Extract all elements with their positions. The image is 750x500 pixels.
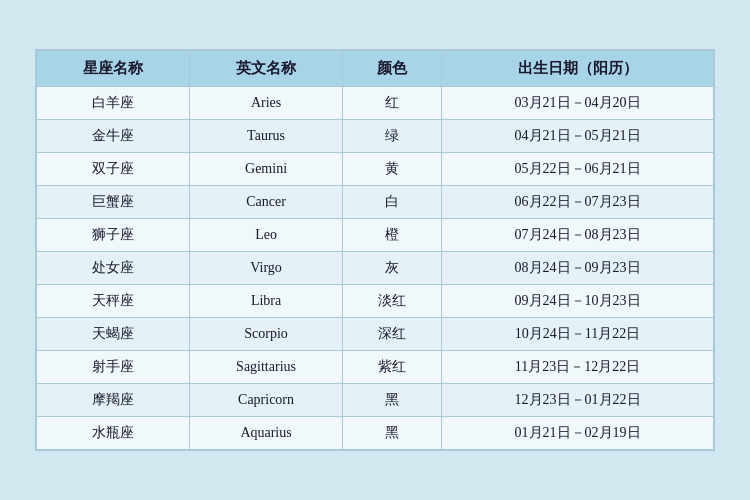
- cell-english-name: Aquarius: [190, 417, 343, 450]
- table-row: 射手座Sagittarius紫红11月23日－12月22日: [37, 351, 714, 384]
- zodiac-table-container: 星座名称 英文名称 颜色 出生日期（阳历） 白羊座Aries红03月21日－04…: [35, 49, 715, 451]
- cell-color: 紫红: [343, 351, 442, 384]
- cell-english-name: Gemini: [190, 153, 343, 186]
- cell-color: 淡红: [343, 285, 442, 318]
- cell-birthdate: 05月22日－06月21日: [442, 153, 714, 186]
- table-row: 巨蟹座Cancer白06月22日－07月23日: [37, 186, 714, 219]
- cell-english-name: Libra: [190, 285, 343, 318]
- cell-color: 深红: [343, 318, 442, 351]
- table-row: 处女座Virgo灰08月24日－09月23日: [37, 252, 714, 285]
- table-row: 狮子座Leo橙07月24日－08月23日: [37, 219, 714, 252]
- cell-color: 黄: [343, 153, 442, 186]
- cell-birthdate: 06月22日－07月23日: [442, 186, 714, 219]
- cell-birthdate: 01月21日－02月19日: [442, 417, 714, 450]
- table-row: 金牛座Taurus绿04月21日－05月21日: [37, 120, 714, 153]
- cell-birthdate: 04月21日－05月21日: [442, 120, 714, 153]
- cell-english-name: Cancer: [190, 186, 343, 219]
- cell-chinese-name: 处女座: [37, 252, 190, 285]
- cell-color: 白: [343, 186, 442, 219]
- cell-birthdate: 11月23日－12月22日: [442, 351, 714, 384]
- table-body: 白羊座Aries红03月21日－04月20日金牛座Taurus绿04月21日－0…: [37, 87, 714, 450]
- table-row: 白羊座Aries红03月21日－04月20日: [37, 87, 714, 120]
- cell-color: 黑: [343, 417, 442, 450]
- cell-chinese-name: 狮子座: [37, 219, 190, 252]
- cell-birthdate: 08月24日－09月23日: [442, 252, 714, 285]
- cell-chinese-name: 天秤座: [37, 285, 190, 318]
- cell-english-name: Taurus: [190, 120, 343, 153]
- cell-color: 橙: [343, 219, 442, 252]
- header-color: 颜色: [343, 51, 442, 87]
- table-row: 摩羯座Capricorn黑12月23日－01月22日: [37, 384, 714, 417]
- cell-color: 黑: [343, 384, 442, 417]
- header-chinese-name: 星座名称: [37, 51, 190, 87]
- cell-chinese-name: 白羊座: [37, 87, 190, 120]
- cell-chinese-name: 射手座: [37, 351, 190, 384]
- header-english-name: 英文名称: [190, 51, 343, 87]
- cell-chinese-name: 金牛座: [37, 120, 190, 153]
- table-header-row: 星座名称 英文名称 颜色 出生日期（阳历）: [37, 51, 714, 87]
- table-row: 天蝎座Scorpio深红10月24日－11月22日: [37, 318, 714, 351]
- cell-color: 灰: [343, 252, 442, 285]
- cell-chinese-name: 双子座: [37, 153, 190, 186]
- header-birthdate: 出生日期（阳历）: [442, 51, 714, 87]
- cell-english-name: Aries: [190, 87, 343, 120]
- cell-color: 红: [343, 87, 442, 120]
- cell-english-name: Capricorn: [190, 384, 343, 417]
- cell-english-name: Virgo: [190, 252, 343, 285]
- cell-chinese-name: 水瓶座: [37, 417, 190, 450]
- cell-chinese-name: 摩羯座: [37, 384, 190, 417]
- cell-birthdate: 03月21日－04月20日: [442, 87, 714, 120]
- cell-birthdate: 09月24日－10月23日: [442, 285, 714, 318]
- zodiac-table: 星座名称 英文名称 颜色 出生日期（阳历） 白羊座Aries红03月21日－04…: [36, 50, 714, 450]
- cell-chinese-name: 巨蟹座: [37, 186, 190, 219]
- cell-english-name: Scorpio: [190, 318, 343, 351]
- cell-chinese-name: 天蝎座: [37, 318, 190, 351]
- table-row: 水瓶座Aquarius黑01月21日－02月19日: [37, 417, 714, 450]
- table-row: 双子座Gemini黄05月22日－06月21日: [37, 153, 714, 186]
- cell-english-name: Leo: [190, 219, 343, 252]
- cell-birthdate: 12月23日－01月22日: [442, 384, 714, 417]
- cell-birthdate: 10月24日－11月22日: [442, 318, 714, 351]
- table-row: 天秤座Libra淡红09月24日－10月23日: [37, 285, 714, 318]
- cell-color: 绿: [343, 120, 442, 153]
- cell-english-name: Sagittarius: [190, 351, 343, 384]
- cell-birthdate: 07月24日－08月23日: [442, 219, 714, 252]
